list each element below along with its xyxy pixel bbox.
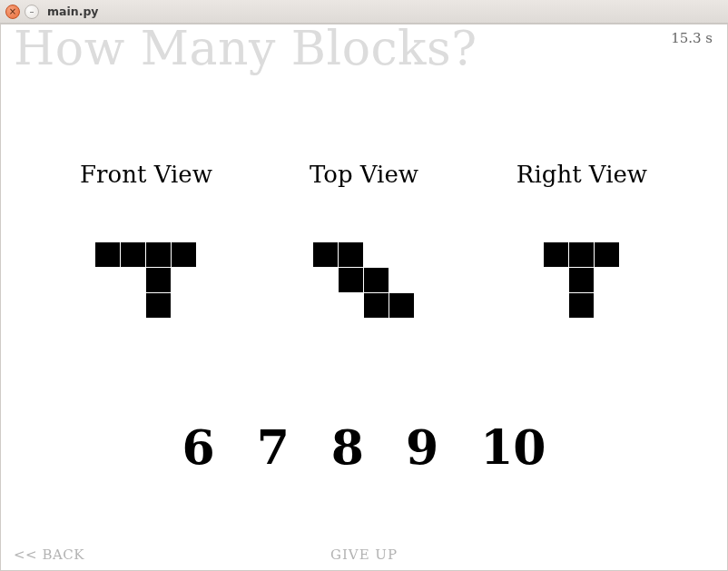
giveup-button[interactable]: GIVE UP (330, 546, 398, 563)
answer-option-6[interactable]: 6 (182, 419, 214, 475)
answer-option-10[interactable]: 10 (480, 419, 546, 475)
view-top-view: Top View (264, 161, 464, 319)
game-area: How Many Blocks? 15.3 s Front ViewTop Vi… (0, 24, 728, 571)
block-cell (172, 242, 196, 267)
answer-option-9[interactable]: 9 (406, 419, 438, 475)
answer-option-8[interactable]: 8 (331, 419, 364, 475)
answers-row: 678910 (1, 419, 727, 475)
block-cell (544, 242, 568, 267)
view-label: Front View (46, 161, 246, 188)
timer-display: 15.3 s (671, 30, 713, 46)
block-cell (146, 242, 171, 267)
block-cell (569, 242, 594, 267)
answer-option-7[interactable]: 7 (257, 419, 290, 475)
block-grid (313, 242, 415, 319)
block-cell (146, 268, 171, 292)
block-cell (569, 268, 594, 292)
block-cell (569, 293, 594, 318)
views-row: Front ViewTop ViewRight View (1, 161, 727, 319)
block-cell (595, 242, 619, 267)
block-grid (95, 242, 197, 319)
footer: << BACK GIVE UP (1, 541, 727, 563)
block-cell (339, 242, 363, 267)
block-cell (313, 242, 338, 267)
block-cell (95, 242, 120, 267)
close-icon[interactable]: × (5, 5, 20, 19)
back-button[interactable]: << BACK (14, 546, 84, 563)
question-title: How Many Blocks? (14, 21, 477, 75)
window-title: main.py (47, 5, 99, 18)
view-label: Right View (482, 161, 682, 188)
view-label: Top View (264, 161, 464, 188)
block-grid (544, 242, 620, 319)
block-cell (364, 268, 389, 292)
view-right-view: Right View (482, 161, 682, 319)
block-cell (146, 293, 171, 318)
minimize-icon[interactable]: – (25, 5, 39, 19)
view-front-view: Front View (46, 161, 246, 319)
block-cell (364, 293, 389, 318)
block-cell (121, 242, 145, 267)
block-cell (339, 268, 363, 292)
block-cell (389, 293, 414, 318)
